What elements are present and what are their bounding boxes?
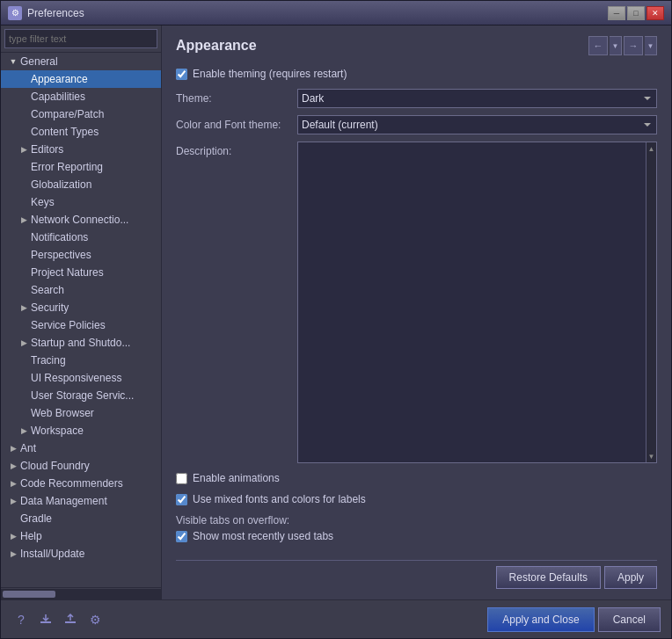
sidebar-item-content-types[interactable]: ▶ Content Types: [1, 123, 161, 141]
enable-animations-checkbox[interactable]: [176, 473, 187, 484]
sidebar-item-user-storage[interactable]: ▶ User Storage Servic...: [1, 387, 161, 404]
sidebar-item-search[interactable]: ▶ Search: [1, 281, 161, 299]
sidebar-item-data-management[interactable]: ▶ Data Management: [1, 492, 161, 510]
page-title: Appearance: [176, 38, 257, 54]
restore-defaults-button[interactable]: Restore Defaults: [496, 566, 601, 589]
forward-dropdown[interactable]: ▼: [645, 36, 657, 55]
sidebar-item-compare-patch[interactable]: ▶ Compare/Patch: [1, 105, 161, 123]
expand-arrow-perspectives: ▶: [18, 250, 29, 260]
scroll-up-arrow[interactable]: ▲: [646, 142, 657, 155]
apply-and-close-button[interactable]: Apply and Close: [487, 607, 594, 632]
sidebar-scrollbar: [1, 587, 161, 599]
scrollbar-thumb[interactable]: [3, 591, 55, 598]
show-recent-tabs-checkbox[interactable]: [176, 531, 187, 542]
sidebar-item-security[interactable]: ▶ Security: [1, 299, 161, 316]
enable-theming-checkbox[interactable]: [176, 69, 187, 80]
expand-arrow-ui: ▶: [18, 373, 29, 383]
enable-animations-label[interactable]: Enable animations: [193, 472, 280, 484]
forward-button[interactable]: →: [624, 36, 643, 55]
expand-arrow-editors: ▶: [18, 144, 29, 155]
sidebar-item-service-policies[interactable]: ▶ Service Policies: [1, 316, 161, 334]
sidebar-item-install-update[interactable]: ▶ Install/Update: [1, 545, 161, 563]
sidebar-label-editors: Editors: [31, 143, 63, 156]
title-bar: ⚙ Preferences ─ □ ✕: [1, 1, 671, 25]
sidebar-item-notifications[interactable]: ▶ Notifications: [1, 229, 161, 246]
sidebar-item-general[interactable]: ▼ General: [1, 53, 161, 70]
expand-arrow-install: ▶: [8, 548, 18, 559]
sidebar-item-cloud-foundry[interactable]: ▶ Cloud Foundry: [1, 457, 161, 475]
sidebar-label-service-policies: Service Policies: [31, 319, 106, 331]
sidebar-label-network: Network Connectio...: [31, 214, 128, 226]
sidebar-label-search: Search: [31, 284, 64, 296]
sidebar-label-globalization: Globalization: [31, 178, 91, 191]
expand-arrow-service: ▶: [18, 320, 29, 330]
expand-arrow-error: ▶: [18, 162, 29, 172]
back-button[interactable]: ←: [588, 36, 608, 55]
export-icon[interactable]: [61, 610, 80, 629]
horizontal-scrollbar[interactable]: [1, 589, 161, 599]
sidebar-label-appearance: Appearance: [31, 73, 88, 85]
sidebar-item-network[interactable]: ▶ Network Connectio...: [1, 211, 161, 229]
cancel-button[interactable]: Cancel: [598, 607, 661, 632]
expand-arrow-help: ▶: [8, 531, 18, 541]
bottom-options: Enable animations Use mixed fonts and co…: [176, 472, 657, 551]
filter-input[interactable]: [4, 29, 157, 48]
sidebar-item-capabilities[interactable]: ▶ Capabilities: [1, 88, 161, 105]
theme-select[interactable]: Dark Light Classic: [297, 89, 657, 108]
apply-button[interactable]: Apply: [604, 566, 657, 589]
svg-rect-0: [40, 621, 51, 623]
maximize-button[interactable]: □: [627, 6, 645, 20]
minimize-button[interactable]: ─: [608, 6, 625, 20]
sidebar-item-perspectives[interactable]: ▶ Perspectives: [1, 246, 161, 264]
description-box: ▲ ▼: [297, 142, 657, 463]
sidebar-item-help[interactable]: ▶ Help: [1, 527, 161, 545]
use-mixed-fonts-label[interactable]: Use mixed fonts and colors for labels: [193, 493, 366, 505]
use-mixed-fonts-checkbox[interactable]: [176, 494, 187, 505]
expand-arrow-cloud: ▶: [8, 461, 18, 471]
sidebar-item-project-natures[interactable]: ▶ Project Natures: [1, 264, 161, 281]
expand-arrow-notifications: ▶: [18, 232, 29, 243]
expand-arrow-capabilities: ▶: [18, 91, 29, 102]
sidebar-item-code-recommenders[interactable]: ▶ Code Recommenders: [1, 475, 161, 492]
sidebar-item-error-reporting[interactable]: ▶ Error Reporting: [1, 158, 161, 176]
sidebar-label-security: Security: [31, 301, 69, 314]
theme-row: Theme: Dark Light Classic: [176, 89, 657, 108]
sidebar-item-appearance[interactable]: ▶ Appearance: [1, 70, 161, 88]
expand-arrow-general: ▼: [8, 56, 18, 67]
color-font-select[interactable]: Default (current) Dark High Contrast: [297, 115, 657, 134]
help-icon[interactable]: ?: [11, 610, 31, 629]
sidebar-label-tracing: Tracing: [31, 354, 66, 367]
dialog-title: Preferences: [27, 7, 608, 19]
footer-buttons: Apply and Close Cancel: [487, 607, 661, 632]
settings-icon[interactable]: ⚙: [85, 610, 105, 629]
sidebar-item-ui-responsiveness[interactable]: ▶ UI Responsiveness: [1, 369, 161, 387]
sidebar-item-editors[interactable]: ▶ Editors: [1, 141, 161, 158]
expand-arrow-user-storage: ▶: [18, 390, 29, 401]
sidebar-label-keys: Keys: [31, 196, 55, 208]
sidebar-label-notifications: Notifications: [31, 231, 88, 243]
sidebar-item-gradle[interactable]: ▶ Gradle: [1, 510, 161, 527]
expand-arrow-startup: ▶: [18, 338, 29, 348]
tree-container[interactable]: ▼ General ▶ Appearance ▶ Capabilities ▶ …: [1, 53, 161, 587]
sidebar-item-tracing[interactable]: ▶ Tracing: [1, 352, 161, 369]
content-header: Appearance ← ▼ → ▼: [176, 36, 657, 55]
sidebar-item-ant[interactable]: ▶ Ant: [1, 439, 161, 457]
description-scrollbar[interactable]: ▲ ▼: [646, 142, 656, 462]
expand-arrow-appearance: ▶: [18, 74, 29, 84]
sidebar-item-workspace[interactable]: ▶ Workspace: [1, 422, 161, 439]
back-dropdown[interactable]: ▼: [610, 36, 622, 55]
expand-arrow-project-natures: ▶: [18, 267, 29, 278]
description-area: Description: ▲ ▼: [176, 142, 657, 463]
sidebar-item-keys[interactable]: ▶ Keys: [1, 193, 161, 211]
sidebar-item-globalization[interactable]: ▶ Globalization: [1, 176, 161, 193]
close-button[interactable]: ✕: [646, 6, 664, 20]
preferences-dialog: ⚙ Preferences ─ □ ✕ ▼ General ▶ Appea: [0, 0, 672, 639]
sidebar-label-data-management: Data Management: [20, 495, 107, 507]
scroll-down-arrow[interactable]: ▼: [646, 450, 657, 462]
sidebar-item-startup[interactable]: ▶ Startup and Shutdo...: [1, 334, 161, 352]
import-icon[interactable]: [36, 610, 55, 629]
enable-theming-label[interactable]: Enable theming (requires restart): [193, 68, 347, 80]
scroll-track[interactable]: [646, 155, 656, 450]
sidebar-item-web-browser[interactable]: ▶ Web Browser: [1, 404, 161, 422]
show-recent-tabs-label[interactable]: Show most recently used tabs: [193, 530, 333, 542]
